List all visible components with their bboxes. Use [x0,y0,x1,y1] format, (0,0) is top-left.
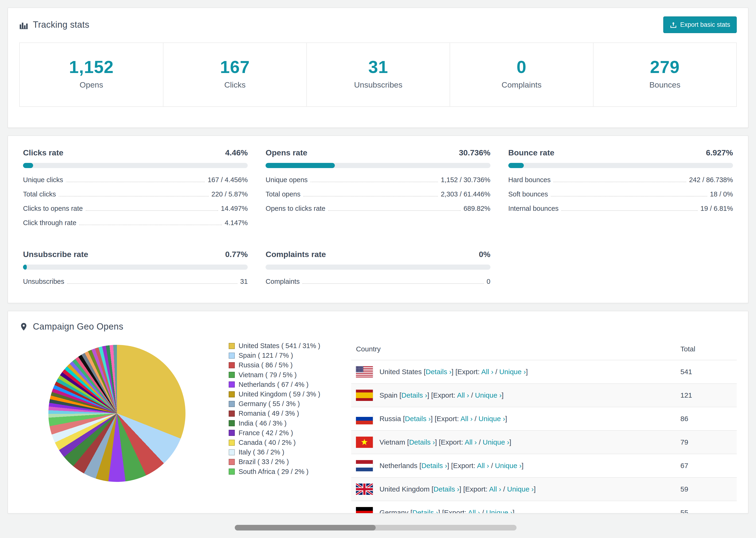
rate-detail-row: Hard bounces 242 / 86.738% [508,173,733,187]
export-unique-link[interactable]: Unique › [475,391,502,399]
rate-percentage: 0% [479,250,490,259]
rate-detail-label: Unique opens [266,176,307,184]
rate-detail-row: Unique opens 1,152 / 30.736% [266,173,490,187]
stat-value: 0 [450,57,593,77]
rate-block: Complaints rate 0% Complaints 0 [266,250,490,289]
rate-rows: Unique clicks 167 / 4.456% Total clicks … [23,173,248,230]
geo-table-body: United States [Details ›] [Export: All ›… [351,360,737,513]
map-pin-icon [19,322,28,331]
stat-value: 1,152 [20,57,163,77]
rate-block: Opens rate 30.736% Unique opens 1,152 / … [266,148,490,230]
rate-header: Unsubscribe rate 0.77% [23,250,248,259]
geo-title: Campaign Geo Opens [33,322,123,332]
dotted-leader [86,210,218,211]
rate-rows: Unique opens 1,152 / 30.736% Total opens… [266,173,490,216]
rate-progress-bar [266,163,490,168]
geo-legend: United States ( 541 / 31% ) Spain ( 121 … [229,341,320,513]
country-cell: United Kingdom [Details ›] [Export: All … [356,484,680,495]
rate-title: Opens rate [266,148,307,157]
stat-box-complaints: 0 Complaints [450,43,593,106]
legend-label: Vietnam ( 79 / 5% ) [239,370,297,380]
legend-label: United Kingdom ( 59 / 3% ) [239,389,320,399]
country-total: 55 [680,509,732,513]
country-column-header: Country [356,345,680,353]
details-link[interactable]: Details › [405,415,431,422]
rate-rows: Hard bounces 242 / 86.738% Soft bounces … [508,173,733,216]
details-link[interactable]: Details › [402,391,427,399]
legend-label: Spain ( 121 / 7% ) [239,351,293,360]
country-name: United Kingdom [379,485,432,493]
dotted-leader [303,196,438,196]
rate-header: Bounce rate 6.927% [508,148,733,157]
details-link[interactable]: Details › [426,368,452,376]
legend-item: Netherlands ( 67 / 4% ) [229,380,320,389]
export-unique-link[interactable]: Unique › [486,509,513,513]
stat-value: 31 [307,57,450,77]
rate-progress-bar [23,265,248,270]
geo-table: Country Total United States [Details ›] … [351,338,737,513]
dotted-leader [79,225,222,225]
legend-item: Brazil ( 33 / 2% ) [229,457,320,467]
stat-value: 167 [163,57,306,77]
export-all-link[interactable]: All › [468,509,480,513]
flag-icon-us [356,366,373,377]
details-link[interactable]: Details › [421,462,447,469]
rate-detail-value: 1,152 / 30.736% [441,176,490,184]
export-all-link[interactable]: All › [457,391,469,399]
details-link[interactable]: Details › [409,438,435,446]
export-all-link[interactable]: All › [481,368,494,376]
horizontal-scrollbar[interactable] [235,525,516,530]
export-basic-stats-button[interactable]: Export basic stats [663,17,737,33]
export-unique-link[interactable]: Unique › [478,415,505,422]
country-name: Vietnam [379,438,407,446]
rate-detail-row: Total opens 2,303 / 61.446% [266,187,490,201]
legend-swatch [229,381,235,388]
export-unique-link[interactable]: Unique › [507,485,534,493]
rate-detail-value: 31 [240,278,248,286]
rate-detail-value: 4.147% [225,219,248,227]
rate-detail-row: Opens to clicks rate 689.82% [266,201,490,216]
export-unique-link[interactable]: Unique › [495,462,521,469]
export-all-link[interactable]: All › [460,415,473,422]
rate-detail-row: Soft bounces 18 / 0% [508,187,733,201]
rate-percentage: 6.927% [706,148,733,157]
legend-label: Germany ( 55 / 3% ) [239,399,300,409]
rate-detail-row: Internal bounces 19 / 6.81% [508,201,733,216]
legend-label: Netherlands ( 67 / 4% ) [239,380,308,389]
country-cell: Netherlands [Details ›] [Export: All › /… [356,460,680,471]
dotted-leader [561,210,698,211]
legend-swatch [229,391,235,398]
legend-swatch [229,372,235,378]
country-links: [Details ›] [Export: All › / Unique ›] [432,485,536,493]
legend-label: Romania ( 49 / 3% ) [239,409,299,418]
flag-icon-ru [356,413,373,424]
dotted-leader [59,196,208,196]
scrollbar-thumb[interactable] [235,525,376,530]
details-link[interactable]: Details › [433,485,459,493]
rate-progress-fill [23,163,33,168]
rate-percentage: 30.736% [459,148,490,157]
export-all-link[interactable]: All › [477,462,489,469]
rates-grid: Clicks rate 4.46% Unique clicks 167 / 4.… [23,148,733,289]
country-links: [Details ›] [Export: All › / Unique ›] [419,462,523,470]
tracking-card-header: Tracking stats Export basic stats [19,17,737,33]
stat-box-opens: 1,152 Opens [20,43,163,106]
country-name: Netherlands [379,462,419,470]
rate-header: Clicks rate 4.46% [23,148,248,157]
geo-table-row: Russia [Details ›] [Export: All › / Uniq… [351,407,737,430]
legend-item: United States ( 541 / 31% ) [229,341,320,351]
rate-detail-value: 689.82% [463,205,490,212]
legend-swatch [229,459,235,465]
rate-detail-label: Opens to clicks rate [266,205,325,212]
rate-detail-label: Click through rate [23,219,76,227]
stat-label: Opens [20,80,163,89]
rate-header: Complaints rate 0% [266,250,490,259]
export-unique-link[interactable]: Unique › [483,438,509,446]
export-icon [670,21,677,28]
export-all-link[interactable]: All › [489,485,501,493]
details-link[interactable]: Details › [412,509,438,513]
export-all-link[interactable]: All › [465,438,477,446]
export-unique-link[interactable]: Unique › [499,368,526,376]
geo-title-wrap: Campaign Geo Opens [19,322,737,332]
rate-detail-label: Unsubscribes [23,278,64,286]
